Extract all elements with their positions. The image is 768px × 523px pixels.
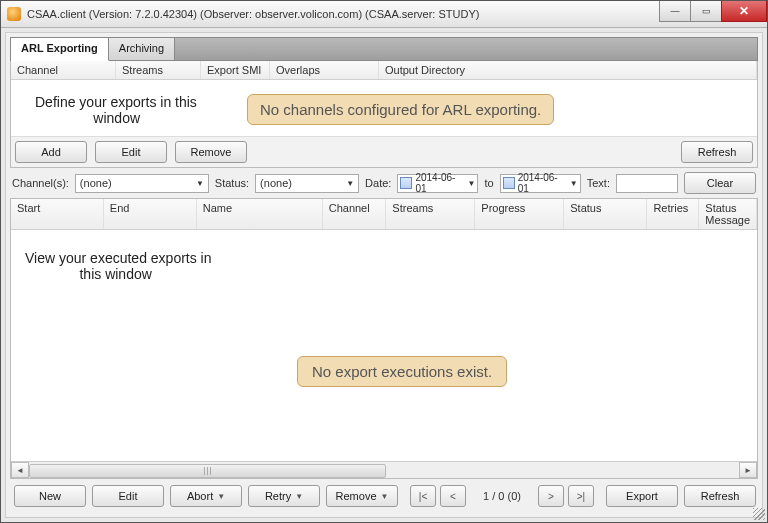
page-indicator: 1 / 0 (0) bbox=[470, 490, 534, 502]
app-icon bbox=[7, 7, 21, 21]
edit-exec-button[interactable]: Edit bbox=[92, 485, 164, 507]
scroll-left-arrow-icon[interactable]: ◄ bbox=[11, 462, 29, 478]
channels-select[interactable]: (none)▼ bbox=[75, 174, 209, 193]
scroll-thumb[interactable] bbox=[29, 464, 386, 478]
chevron-down-icon: ▼ bbox=[381, 492, 389, 501]
date-to-input[interactable]: 2014-06-01 ▼ bbox=[500, 174, 581, 193]
date-from-value: 2014-06-01 bbox=[415, 172, 465, 194]
text-label: Text: bbox=[587, 177, 610, 189]
date-to-value: 2014-06-01 bbox=[518, 172, 568, 194]
exports-grid-header: Channel Streams Export SMI Overlaps Outp… bbox=[11, 61, 757, 80]
col-exec-channel[interactable]: Channel bbox=[323, 199, 387, 229]
tab-archiving[interactable]: Archiving bbox=[109, 38, 175, 60]
window-title: CSAA.client (Version: 7.2.0.42304) (Obse… bbox=[27, 8, 660, 20]
status-value: (none) bbox=[260, 177, 292, 189]
chevron-down-icon: ▼ bbox=[570, 179, 578, 188]
page-last-button[interactable]: >| bbox=[568, 485, 594, 507]
executions-panel: Start End Name Channel Streams Progress … bbox=[10, 198, 758, 479]
executions-hint-text: View your executed exports in this windo… bbox=[25, 250, 212, 282]
exports-hint-text: Define your exports in this window bbox=[35, 94, 197, 126]
col-exec-streams[interactable]: Streams bbox=[386, 199, 475, 229]
tab-strip: ARL Exporting Archiving bbox=[10, 37, 758, 61]
col-status[interactable]: Status bbox=[564, 199, 647, 229]
col-name[interactable]: Name bbox=[197, 199, 323, 229]
scroll-track[interactable] bbox=[29, 463, 739, 477]
chevron-down-icon: ▼ bbox=[468, 179, 476, 188]
col-start[interactable]: Start bbox=[11, 199, 104, 229]
page-first-button[interactable]: |< bbox=[410, 485, 436, 507]
minimize-button[interactable]: — bbox=[659, 1, 691, 22]
remove-button[interactable]: Remove bbox=[175, 141, 247, 163]
clear-button[interactable]: Clear bbox=[684, 172, 756, 194]
col-progress[interactable]: Progress bbox=[475, 199, 564, 229]
exports-button-row: Add Edit Remove Refresh bbox=[11, 136, 757, 167]
col-output-directory[interactable]: Output Directory bbox=[379, 61, 757, 79]
to-label: to bbox=[484, 177, 493, 189]
col-export-smi[interactable]: Export SMI bbox=[201, 61, 270, 79]
scroll-right-arrow-icon[interactable]: ► bbox=[739, 462, 757, 478]
date-from-input[interactable]: 2014-06-01 ▼ bbox=[397, 174, 478, 193]
content-area: ARL Exporting Archiving Channel Streams … bbox=[5, 32, 763, 518]
bottom-toolbar: New Edit Abort▼ Retry▼ Remove▼ |< < 1 / … bbox=[10, 479, 758, 513]
refresh-bottom-button[interactable]: Refresh bbox=[684, 485, 756, 507]
text-filter-input[interactable] bbox=[616, 174, 678, 193]
chevron-down-icon: ▼ bbox=[217, 492, 225, 501]
chevron-down-icon: ▼ bbox=[196, 179, 204, 188]
exports-grid-body: Define your exports in this window No ch… bbox=[11, 80, 757, 136]
export-button[interactable]: Export bbox=[606, 485, 678, 507]
channels-value: (none) bbox=[80, 177, 112, 189]
col-status-message[interactable]: Status Message bbox=[699, 199, 757, 229]
titlebar: CSAA.client (Version: 7.2.0.42304) (Obse… bbox=[1, 1, 767, 28]
status-select[interactable]: (none)▼ bbox=[255, 174, 359, 193]
tab-arl-exporting[interactable]: ARL Exporting bbox=[11, 38, 109, 61]
executions-grid-header: Start End Name Channel Streams Progress … bbox=[11, 199, 757, 230]
col-end[interactable]: End bbox=[104, 199, 197, 229]
new-button[interactable]: New bbox=[14, 485, 86, 507]
edit-button[interactable]: Edit bbox=[95, 141, 167, 163]
no-executions-callout: No export executions exist. bbox=[297, 356, 507, 387]
filter-bar: Channel(s): (none)▼ Status: (none)▼ Date… bbox=[10, 168, 758, 198]
col-channel[interactable]: Channel bbox=[11, 61, 116, 79]
refresh-top-button[interactable]: Refresh bbox=[681, 141, 753, 163]
date-to-checkbox[interactable] bbox=[503, 177, 515, 189]
no-channels-callout: No channels configured for ARL exporting… bbox=[247, 94, 554, 125]
col-retries[interactable]: Retries bbox=[647, 199, 699, 229]
executions-grid-body: View your executed exports in this windo… bbox=[11, 230, 757, 461]
maximize-button[interactable]: ▭ bbox=[690, 1, 722, 22]
channels-label: Channel(s): bbox=[12, 177, 69, 189]
chevron-down-icon: ▼ bbox=[295, 492, 303, 501]
add-button[interactable]: Add bbox=[15, 141, 87, 163]
pager: |< < 1 / 0 (0) > >| bbox=[410, 485, 594, 507]
col-streams[interactable]: Streams bbox=[116, 61, 201, 79]
retry-button[interactable]: Retry▼ bbox=[248, 485, 320, 507]
col-overlaps[interactable]: Overlaps bbox=[270, 61, 379, 79]
app-window: CSAA.client (Version: 7.2.0.42304) (Obse… bbox=[0, 0, 768, 523]
abort-button[interactable]: Abort▼ bbox=[170, 485, 242, 507]
horizontal-scrollbar[interactable]: ◄ ► bbox=[11, 461, 757, 478]
status-label: Status: bbox=[215, 177, 249, 189]
chevron-down-icon: ▼ bbox=[346, 179, 354, 188]
page-prev-button[interactable]: < bbox=[440, 485, 466, 507]
date-label: Date: bbox=[365, 177, 391, 189]
close-button[interactable]: ✕ bbox=[721, 1, 767, 22]
resize-grip-icon[interactable] bbox=[753, 508, 765, 520]
date-from-checkbox[interactable] bbox=[400, 177, 412, 189]
remove-exec-button[interactable]: Remove▼ bbox=[326, 485, 398, 507]
page-next-button[interactable]: > bbox=[538, 485, 564, 507]
exports-definition-panel: Channel Streams Export SMI Overlaps Outp… bbox=[10, 61, 758, 168]
